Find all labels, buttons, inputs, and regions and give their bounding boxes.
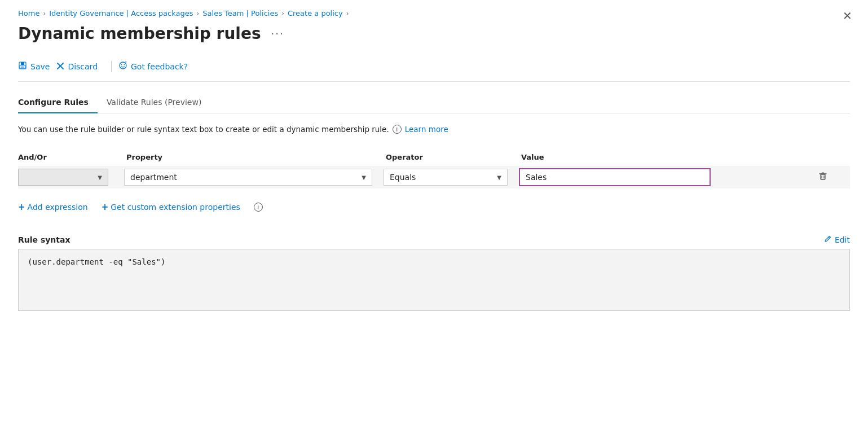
get-custom-plus-icon: + <box>102 202 109 212</box>
table-header: And/Or Property Operator Value <box>18 150 850 166</box>
discard-icon <box>56 62 64 72</box>
learn-more-link[interactable]: Learn more <box>405 125 448 134</box>
table-body: ▼ department ▼ Equals ▼ <box>18 166 850 188</box>
save-button[interactable]: Save <box>18 59 56 74</box>
and-or-chevron-icon: ▼ <box>98 174 102 181</box>
table-row: ▼ department ▼ Equals ▼ <box>18 166 850 188</box>
svg-rect-1 <box>21 62 24 65</box>
feedback-button[interactable]: Got feedback? <box>118 59 195 74</box>
title-row: Dynamic membership rules ··· <box>18 24 850 43</box>
svg-rect-9 <box>821 174 825 179</box>
more-options-button[interactable]: ··· <box>268 27 288 41</box>
col-value: Value <box>514 150 809 166</box>
and-or-dropdown[interactable]: ▼ <box>18 169 108 186</box>
property-value: department <box>130 173 177 182</box>
add-expression-link[interactable]: + Add expression <box>18 202 88 212</box>
description-text: You can use the rule builder or rule syn… <box>18 125 389 134</box>
svg-line-14 <box>829 237 830 238</box>
get-custom-label: Get custom extension properties <box>111 203 240 212</box>
feedback-icon <box>118 61 127 72</box>
close-button[interactable]: ✕ <box>843 10 852 21</box>
svg-rect-3 <box>21 67 24 68</box>
add-links-container: + Add expression + Get custom extension … <box>18 197 850 217</box>
svg-point-8 <box>124 64 125 65</box>
property-cell: department ▼ <box>120 166 379 188</box>
info-icon: i <box>393 125 402 134</box>
rule-syntax-box: (user.department -eq "Sales") <box>18 249 850 311</box>
trash-icon <box>818 171 828 183</box>
pencil-icon <box>824 235 832 244</box>
col-operator: Operator <box>379 150 514 166</box>
breadcrumb-sep-2: › <box>197 10 200 17</box>
rule-syntax-section: Rule syntax Edit (user.department -eq "S… <box>18 235 850 311</box>
operator-dropdown[interactable]: Equals ▼ <box>384 169 508 186</box>
breadcrumb-create-policy[interactable]: Create a policy <box>288 9 343 17</box>
operator-chevron-icon: ▼ <box>497 174 501 181</box>
edit-rule-syntax-button[interactable]: Edit <box>824 235 850 244</box>
save-label: Save <box>30 62 50 71</box>
tab-configure-rules[interactable]: Configure Rules <box>18 93 98 113</box>
breadcrumb-sep-1: › <box>43 10 46 17</box>
value-input[interactable] <box>519 168 711 186</box>
delete-cell <box>809 166 850 188</box>
add-expression-label: Add expression <box>28 203 88 212</box>
save-icon <box>18 61 27 72</box>
operator-value: Equals <box>390 173 416 182</box>
feedback-label: Got feedback? <box>131 62 188 71</box>
breadcrumb-sales-team[interactable]: Sales Team | Policies <box>202 9 278 17</box>
get-custom-extension-link[interactable]: + Get custom extension properties <box>102 202 240 212</box>
toolbar: Save Discard Got feedb <box>18 54 850 82</box>
description-line: You can use the rule builder or rule syn… <box>18 125 850 134</box>
breadcrumb-identity-governance[interactable]: Identity Governance | Access packages <box>49 9 193 17</box>
svg-point-6 <box>120 62 126 69</box>
discard-label: Discard <box>68 62 98 71</box>
toolbar-divider <box>111 61 112 72</box>
breadcrumb-sep-4: › <box>346 10 349 17</box>
tabs-container: Configure Rules Validate Rules (Preview) <box>18 93 850 113</box>
operator-cell: Equals ▼ <box>379 166 514 188</box>
edit-label: Edit <box>835 235 850 244</box>
custom-extension-info-icon: i <box>254 203 263 212</box>
property-dropdown[interactable]: department ▼ <box>124 169 372 186</box>
delete-row-button[interactable] <box>813 169 832 186</box>
and-or-cell: ▼ <box>18 166 120 188</box>
rule-syntax-value: (user.department -eq "Sales") <box>28 257 165 266</box>
rule-table: And/Or Property Operator Value ▼ departm… <box>18 150 850 188</box>
svg-point-7 <box>121 64 122 65</box>
col-actions <box>809 150 850 166</box>
value-cell <box>514 166 809 188</box>
discard-button[interactable]: Discard <box>56 59 104 74</box>
tab-validate-rules[interactable]: Validate Rules (Preview) <box>107 93 211 113</box>
page-container: Home › Identity Governance | Access pack… <box>0 0 868 439</box>
page-title: Dynamic membership rules <box>18 24 261 43</box>
rule-syntax-label: Rule syntax <box>18 235 71 244</box>
breadcrumb: Home › Identity Governance | Access pack… <box>18 9 850 17</box>
breadcrumb-sep-3: › <box>281 10 284 17</box>
add-expression-plus-icon: + <box>18 202 25 212</box>
breadcrumb-home[interactable]: Home <box>18 9 39 17</box>
rule-syntax-header: Rule syntax Edit <box>18 235 850 244</box>
and-or-value <box>24 173 27 182</box>
property-chevron-icon: ▼ <box>362 174 366 181</box>
col-and-or: And/Or <box>18 150 120 166</box>
col-property: Property <box>120 150 379 166</box>
svg-rect-11 <box>822 173 824 174</box>
